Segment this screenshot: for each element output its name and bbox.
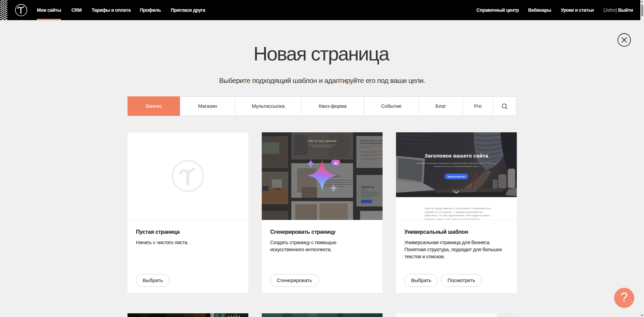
svg-text:Добавьте интересные подробност: Добавьте интересные подробности о вашей …: [417, 162, 496, 164]
svg-text:сервисе в 3-4 строках. С каким: сервисе в 3-4 строках. С какими клиентам…: [425, 211, 483, 214]
svg-text:работаете, что вас вдохновляет: работаете, что вас вдохновляет. Чем горд…: [425, 214, 490, 217]
svg-text:Get your house in order with: Get your house in order with: [360, 139, 383, 142]
svg-text:Заголовок вашего сайта: Заголовок вашего сайта: [425, 153, 488, 158]
svg-text:Коротко представьтесь и расска: Коротко представьтесь и расскажите о ком…: [425, 207, 491, 210]
svg-text:вкладка «Контент» для редактир: вкладка «Контент» для редактирования тек…: [434, 165, 479, 167]
svg-text:Title of Your Website: Title of Your Website: [308, 139, 337, 143]
svg-text:Целевое действие: Целевое действие: [448, 176, 465, 178]
svg-text:AI: AI: [334, 161, 338, 166]
svg-text:About us: About us: [361, 185, 374, 189]
svg-text:smart cleaning service!: smart cleaning service!: [360, 142, 383, 145]
